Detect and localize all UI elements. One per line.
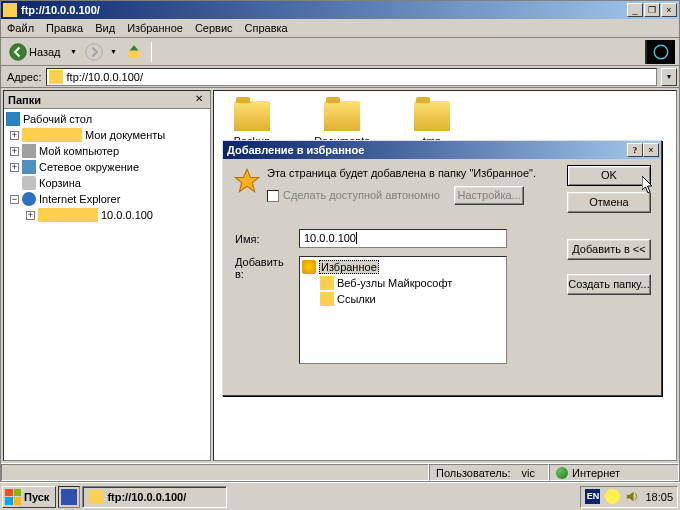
back-dropdown[interactable]: ▼ bbox=[69, 41, 79, 63]
forward-button[interactable] bbox=[83, 41, 105, 63]
cancel-button[interactable]: Отмена bbox=[567, 192, 651, 213]
window-title: ftp://10.0.0.100/ bbox=[21, 4, 627, 16]
save-icon[interactable] bbox=[61, 489, 77, 505]
favorites-tree[interactable]: Избранное Веб-узлы Майкрософт Ссылки bbox=[299, 256, 507, 364]
panel-close-button[interactable]: ✕ bbox=[192, 93, 206, 107]
back-label: Назад bbox=[29, 46, 61, 58]
folder-icon bbox=[234, 101, 270, 131]
statusbar: Пользователь: vic Интернет bbox=[1, 463, 679, 481]
menu-help[interactable]: Справка bbox=[245, 22, 288, 34]
folder-icon bbox=[324, 101, 360, 131]
menu-edit[interactable]: Правка bbox=[46, 22, 83, 34]
address-input[interactable]: ftp://10.0.0.100/ bbox=[46, 68, 657, 86]
ok-button[interactable]: OK bbox=[567, 165, 651, 186]
add-favorite-dialog: Добавление в избранное ? × Эта страница … bbox=[222, 140, 662, 396]
clock[interactable]: 18:05 bbox=[645, 491, 673, 503]
status-main bbox=[1, 464, 429, 481]
name-input[interactable]: 10.0.0.100​ bbox=[299, 229, 507, 248]
new-folder-button[interactable]: Создать папку... bbox=[567, 274, 651, 295]
dialog-titlebar[interactable]: Добавление в избранное ? × bbox=[223, 141, 661, 159]
folder-icon bbox=[3, 3, 17, 17]
favorites-icon bbox=[302, 260, 316, 274]
dialog-title: Добавление в избранное bbox=[225, 144, 627, 156]
language-indicator[interactable]: EN bbox=[585, 489, 600, 504]
tree-nethood[interactable]: +Сетевое окружение bbox=[6, 159, 208, 175]
titlebar[interactable]: ftp://10.0.0.100/ _ ❐ × bbox=[1, 1, 679, 19]
address-dropdown[interactable]: ▼ bbox=[661, 68, 677, 86]
tree-mydocs[interactable]: +Мои документы bbox=[6, 127, 208, 143]
close-button[interactable]: × bbox=[643, 143, 659, 157]
menu-file[interactable]: Файл bbox=[7, 22, 34, 34]
svg-point-1 bbox=[85, 43, 102, 60]
quick-launch bbox=[58, 486, 80, 508]
fav-item[interactable]: Ссылки bbox=[302, 291, 504, 307]
status-zone: Интернет bbox=[549, 464, 679, 481]
menu-tools[interactable]: Сервис bbox=[195, 22, 233, 34]
name-label: Имя: bbox=[235, 233, 291, 245]
addto-toggle-button[interactable]: Добавить в << bbox=[567, 239, 651, 260]
folders-panel: Папки ✕ Рабочий стол +Мои документы +Мой… bbox=[3, 90, 211, 461]
globe-icon bbox=[556, 467, 568, 479]
folder-icon bbox=[22, 128, 82, 142]
menu-view[interactable]: Вид bbox=[95, 22, 115, 34]
status-user: Пользователь: vic bbox=[429, 464, 549, 481]
up-button[interactable] bbox=[123, 41, 145, 63]
tree-mycomp[interactable]: +Мой компьютер bbox=[6, 143, 208, 159]
back-button[interactable]: Назад bbox=[5, 41, 65, 63]
menu-favorites[interactable]: Избранное bbox=[127, 22, 183, 34]
address-label: Адрес: bbox=[7, 71, 42, 83]
expand-icon[interactable]: + bbox=[26, 211, 35, 220]
offline-label: Сделать доступной автономно bbox=[283, 189, 440, 202]
tray-icon[interactable] bbox=[605, 489, 620, 504]
folder-icon bbox=[38, 208, 98, 222]
folder-icon bbox=[414, 101, 450, 131]
brand-logo bbox=[645, 40, 675, 64]
volume-icon[interactable] bbox=[625, 489, 640, 504]
help-button[interactable]: ? bbox=[627, 143, 643, 157]
forward-dropdown[interactable]: ▼ bbox=[109, 41, 119, 63]
folder-icon bbox=[320, 276, 334, 290]
tree-trash[interactable]: Корзина bbox=[6, 175, 208, 191]
address-value: ftp://10.0.0.100/ bbox=[67, 71, 143, 83]
tree-desktop[interactable]: Рабочий стол bbox=[6, 111, 208, 127]
expand-icon[interactable]: + bbox=[10, 147, 19, 156]
restore-button[interactable]: ❐ bbox=[644, 3, 660, 17]
folder-icon bbox=[49, 70, 63, 84]
start-button[interactable]: Пуск bbox=[2, 486, 56, 508]
folder-icon bbox=[320, 292, 334, 306]
desktop-icon bbox=[6, 112, 20, 126]
fav-item[interactable]: Веб-узлы Майкрософт bbox=[302, 275, 504, 291]
toolbar: Назад ▼ ▼ bbox=[1, 38, 679, 66]
addto-label: Добавить в: bbox=[235, 256, 291, 280]
folder-tree[interactable]: Рабочий стол +Мои документы +Мой компьют… bbox=[4, 109, 210, 460]
taskbar-item[interactable]: ftp://10.0.0.100/ bbox=[82, 486, 227, 508]
addressbar: Адрес: ftp://10.0.0.100/ ▼ bbox=[1, 66, 679, 88]
system-tray: EN 18:05 bbox=[580, 486, 678, 508]
expand-icon[interactable]: + bbox=[10, 131, 19, 140]
taskbar: Пуск ftp://10.0.0.100/ EN 18:05 bbox=[0, 482, 680, 510]
panel-title: Папки bbox=[8, 94, 192, 106]
trash-icon bbox=[22, 176, 36, 190]
ie-icon bbox=[22, 192, 36, 206]
computer-icon bbox=[22, 144, 36, 158]
svg-point-3 bbox=[654, 45, 668, 59]
customize-button: Настройка... bbox=[454, 186, 524, 205]
svg-rect-2 bbox=[128, 50, 140, 58]
minimize-button[interactable]: _ bbox=[627, 3, 643, 17]
tree-ie[interactable]: −Internet Explorer bbox=[6, 191, 208, 207]
tree-ftp[interactable]: +10.0.0.100 bbox=[6, 207, 208, 223]
expand-icon[interactable]: + bbox=[10, 163, 19, 172]
windows-logo-icon bbox=[5, 489, 21, 505]
collapse-icon[interactable]: − bbox=[10, 195, 19, 204]
menubar: Файл Правка Вид Избранное Сервис Справка bbox=[1, 19, 679, 38]
svg-point-0 bbox=[10, 43, 27, 60]
offline-checkbox bbox=[267, 190, 279, 202]
fav-root[interactable]: Избранное bbox=[302, 259, 504, 275]
star-icon bbox=[233, 167, 261, 195]
network-icon bbox=[22, 160, 36, 174]
folder-icon bbox=[89, 490, 103, 504]
close-button[interactable]: × bbox=[661, 3, 677, 17]
